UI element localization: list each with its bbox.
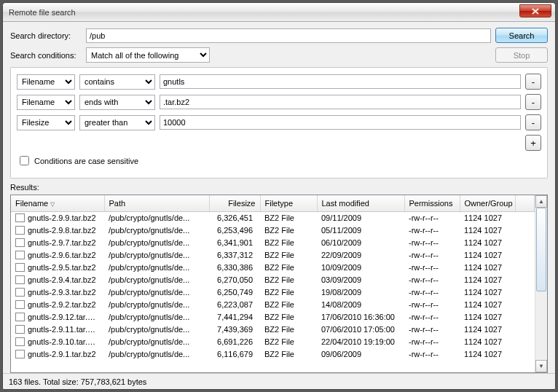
cell-type: BZ2 File: [260, 248, 317, 261]
cell-size: 6,330,386: [209, 261, 260, 273]
cell-type: BZ2 File: [260, 310, 317, 323]
table-row[interactable]: gnutls-2.9.9.tar.bz2/pub/crypto/gnutls/d…: [11, 211, 535, 224]
cell-path: /pub/crypto/gnutls/de...: [104, 224, 209, 236]
condition-field-select[interactable]: Filename: [17, 74, 75, 90]
cell-owner: 1124 1027: [460, 310, 515, 323]
file-icon: [15, 350, 25, 358]
cell-type: BZ2 File: [260, 261, 317, 273]
cell-modified: 10/09/2009: [317, 261, 404, 273]
close-button[interactable]: [519, 4, 551, 17]
cell-path: /pub/crypto/gnutls/de...: [104, 310, 209, 323]
condition-op-select[interactable]: ends with: [79, 95, 155, 110]
col-modified[interactable]: Last modified: [317, 195, 404, 211]
table-row[interactable]: gnutls-2.9.12.tar.bz2/pub/crypto/gnutls/…: [11, 310, 535, 323]
match-mode-select[interactable]: Match all of the following: [86, 47, 210, 63]
cell-filename: gnutls-2.9.10.tar.bz2: [11, 335, 104, 348]
search-button[interactable]: Search: [495, 28, 548, 43]
window-title: Remote file search: [9, 8, 519, 17]
col-filename[interactable]: Filename▽: [11, 195, 104, 211]
file-icon: [15, 238, 25, 247]
cell-type: BZ2 File: [260, 224, 317, 236]
cell-path: /pub/crypto/gnutls/de...: [104, 273, 209, 286]
cell-perm: -rw-r--r--: [404, 261, 460, 273]
cell-perm: -rw-r--r--: [404, 298, 460, 310]
remove-condition-button[interactable]: -: [525, 94, 541, 110]
col-owner[interactable]: Owner/Group: [460, 195, 515, 211]
search-conditions-label: Search conditions:: [10, 51, 82, 60]
cell-size: 6,116,679: [209, 348, 260, 360]
condition-value-input[interactable]: [160, 74, 521, 89]
cell-owner: 1124 1027: [460, 335, 515, 348]
cell-owner: 1124 1027: [460, 348, 515, 360]
file-icon: [15, 275, 25, 284]
table-row[interactable]: gnutls-2.9.11.tar.bz2/pub/crypto/gnutls/…: [11, 323, 535, 335]
table-row[interactable]: gnutls-2.9.2.tar.bz2/pub/crypto/gnutls/d…: [11, 298, 535, 310]
cell-type: BZ2 File: [260, 335, 317, 348]
vertical-scrollbar[interactable]: ▲ ▼: [535, 195, 547, 372]
cell-filename: gnutls-2.9.3.tar.bz2: [11, 286, 104, 298]
cell-filename: gnutls-2.9.5.tar.bz2: [11, 261, 104, 273]
cell-path: /pub/crypto/gnutls/de...: [104, 286, 209, 298]
results-grid: Filename▽ Path Filesize Filetype Last mo…: [10, 195, 548, 373]
condition-field-select[interactable]: Filesize: [17, 115, 75, 130]
cell-owner: 1124 1027: [460, 261, 515, 273]
scroll-up-button[interactable]: ▲: [535, 195, 547, 208]
search-directory-input[interactable]: [86, 28, 491, 43]
cell-owner: 1124 1027: [460, 298, 515, 310]
results-label: Results:: [10, 183, 548, 192]
cell-perm: -rw-r--r--: [404, 224, 460, 236]
cell-perm: -rw-r--r--: [404, 310, 460, 323]
remove-condition-button[interactable]: -: [525, 74, 541, 90]
condition-op-select[interactable]: contains: [79, 74, 155, 90]
condition-row: Filenamecontains-: [17, 74, 541, 90]
table-row[interactable]: gnutls-2.9.6.tar.bz2/pub/crypto/gnutls/d…: [11, 248, 535, 261]
add-condition-button[interactable]: +: [525, 135, 541, 151]
cell-type: BZ2 File: [260, 323, 317, 335]
table-row[interactable]: gnutls-2.9.8.tar.bz2/pub/crypto/gnutls/d…: [11, 224, 535, 236]
cell-modified: 22/09/2009: [317, 248, 404, 261]
table-row[interactable]: gnutls-2.9.3.tar.bz2/pub/crypto/gnutls/d…: [11, 286, 535, 298]
col-filesize[interactable]: Filesize: [209, 195, 260, 211]
condition-value-input[interactable]: [160, 115, 521, 130]
cell-path: /pub/crypto/gnutls/de...: [104, 211, 209, 224]
table-row[interactable]: gnutls-2.9.4.tar.bz2/pub/crypto/gnutls/d…: [11, 273, 535, 286]
cell-type: BZ2 File: [260, 298, 317, 310]
scroll-down-button[interactable]: ▼: [535, 360, 547, 372]
sort-desc-icon: ▽: [50, 201, 55, 208]
cell-path: /pub/crypto/gnutls/de...: [104, 298, 209, 310]
case-sensitive-checkbox[interactable]: [20, 156, 29, 165]
col-path[interactable]: Path: [104, 195, 209, 211]
file-icon: [15, 300, 25, 309]
remove-condition-button[interactable]: -: [525, 114, 541, 130]
cell-owner: 1124 1027: [460, 236, 515, 248]
cell-path: /pub/crypto/gnutls/de...: [104, 248, 209, 261]
cell-perm: -rw-r--r--: [404, 286, 460, 298]
status-text: 163 files. Total size: 757,783,621 bytes: [9, 377, 146, 386]
cell-owner: 1124 1027: [460, 211, 515, 224]
cell-modified: 14/08/2009: [317, 298, 404, 310]
cell-type: BZ2 File: [260, 273, 317, 286]
cell-filename: gnutls-2.9.11.tar.bz2: [11, 323, 104, 335]
statusbar: 163 files. Total size: 757,783,621 bytes: [3, 373, 555, 389]
titlebar[interactable]: Remote file search: [3, 3, 555, 22]
condition-field-select[interactable]: Filename: [17, 95, 75, 110]
cell-perm: -rw-r--r--: [404, 348, 460, 360]
cell-filename: gnutls-2.9.12.tar.bz2: [11, 310, 104, 323]
col-filetype[interactable]: Filetype: [260, 195, 317, 211]
close-icon: [532, 8, 539, 15]
table-row[interactable]: gnutls-2.9.10.tar.bz2/pub/crypto/gnutls/…: [11, 335, 535, 348]
scroll-thumb[interactable]: [536, 208, 546, 291]
cell-filename: gnutls-2.9.2.tar.bz2: [11, 298, 104, 310]
cell-path: /pub/crypto/gnutls/de...: [104, 335, 209, 348]
scroll-track[interactable]: [535, 208, 547, 360]
condition-op-select[interactable]: greater than: [79, 115, 155, 130]
table-row[interactable]: gnutls-2.9.7.tar.bz2/pub/crypto/gnutls/d…: [11, 236, 535, 248]
cell-type: BZ2 File: [260, 236, 317, 248]
cell-type: BZ2 File: [260, 211, 317, 224]
table-row[interactable]: gnutls-2.9.5.tar.bz2/pub/crypto/gnutls/d…: [11, 261, 535, 273]
col-permissions[interactable]: Permissions: [404, 195, 460, 211]
stop-button: Stop: [495, 47, 548, 63]
cell-type: BZ2 File: [260, 348, 317, 360]
condition-value-input[interactable]: [160, 95, 521, 109]
table-row[interactable]: gnutls-2.9.1.tar.bz2/pub/crypto/gnutls/d…: [11, 348, 535, 360]
